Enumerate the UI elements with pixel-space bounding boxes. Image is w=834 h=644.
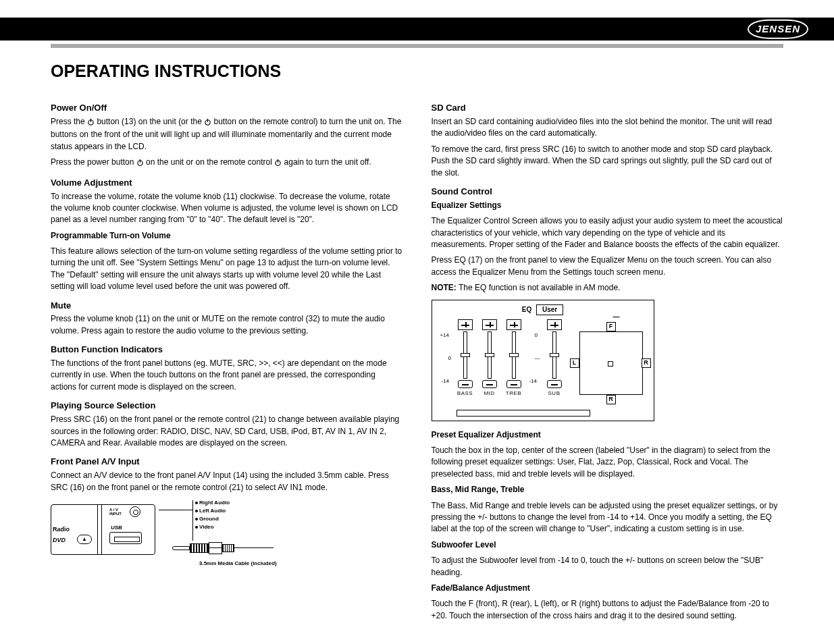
subwoofer-paragraph: To adjust the Subwoofer level from -14 t… (432, 555, 784, 579)
dvd-label: DVD (53, 536, 66, 545)
cable-caption: 3.5mm Media Cable (included) (199, 560, 277, 568)
power-icon (274, 158, 282, 169)
volume-subhead: Programmable Turn-on Volume (51, 230, 403, 242)
av-unit-illustration: A / V INPUT USB Radio DVD ▲ (51, 504, 155, 555)
treb-slider[interactable]: TREB (505, 319, 523, 404)
preset-paragraph: Touch the box in the top, center of the … (432, 445, 784, 480)
sd-heading: SD Card (432, 102, 784, 115)
sub-slider[interactable]: SUB (546, 319, 563, 404)
sub-tick-mid: — (535, 354, 540, 363)
volume-paragraph-2: This feature allows selection of the tur… (51, 246, 403, 293)
fadebalance-subhead: Fade/Balance Adjustment (432, 583, 784, 594)
bass-label: BASS (457, 390, 474, 398)
power-icon (87, 117, 95, 129)
power-heading: Power On/Off (51, 102, 403, 115)
avin-paragraph: Connect an A/V device to the front panel… (51, 470, 403, 493)
balance-left-button[interactable]: L (570, 358, 579, 368)
left-column: Power On/Off Press the button (13) on th… (51, 95, 403, 626)
subwoofer-subhead: Subwoofer Level (432, 539, 784, 551)
button-indicators-heading: Button Function Indicators (51, 344, 403, 356)
eq-paragraph-1: The Equalizer Control Screen allows you … (432, 215, 784, 250)
tick-zero: 0 (448, 354, 451, 363)
right-column: SD Card Insert an SD card containing aud… (432, 95, 784, 626)
button-indicators-paragraph: The functions of the front panel buttons… (51, 358, 403, 393)
right-audio-label: Right Audio (199, 499, 230, 507)
source-paragraph: Press SRC (16) on the front panel or the… (51, 414, 403, 449)
header-bar: JENSEN (0, 18, 834, 41)
volume-paragraph-1: To increase the volume, rotate the volum… (51, 191, 403, 226)
usb몰slot-icon (109, 532, 142, 544)
section-title: OPERATING INSTRUCTIONS (51, 59, 783, 83)
eq-note: NOTE: The EQ function is not available i… (432, 282, 784, 294)
mute-paragraph: Press the volume knob (11) on the unit o… (51, 313, 403, 337)
minus-icon[interactable] (482, 380, 497, 388)
sd-paragraph-2: To remove the card, first press SRC (16)… (432, 144, 784, 179)
power-paragraph-1: Press the button (13) on the unit (or th… (51, 116, 403, 153)
bass-slider[interactable]: BASS (457, 319, 474, 404)
cable-plug-icon (172, 542, 233, 554)
balance-right-button[interactable]: R (642, 358, 651, 368)
volume-heading: Volume Adjustment (51, 177, 403, 190)
eq-subhead: Equalizer Settings (432, 200, 784, 211)
equalizer-screen: EQ User +14 0 -14 BASS MID (432, 300, 654, 421)
fade-front-button[interactable]: F (606, 322, 616, 331)
mute-heading: Mute (51, 300, 403, 313)
fadebalance-paragraph: Touch the F (front), R (rear), L (left),… (432, 598, 784, 622)
grey-divider (51, 44, 783, 48)
sound-heading: Sound Control (432, 186, 784, 198)
power-paragraph-2: Press the power button on the unit or on… (51, 157, 403, 169)
minus-icon[interactable] (506, 380, 521, 388)
left-audio-label: Left Audio (199, 507, 226, 515)
sub-label: SUB (546, 390, 563, 398)
plus-icon[interactable] (506, 319, 521, 330)
radio-label: Radio (53, 525, 70, 534)
tick-plus14: +14 (440, 331, 450, 340)
treb-label: TREB (505, 390, 523, 398)
sd-paragraph-1: Insert an SD card containing audio/video… (432, 116, 784, 140)
preset-subhead: Preset Equalizer Adjustment (432, 429, 784, 441)
source-heading: Playing Source Selection (51, 400, 403, 412)
power-icon (136, 158, 144, 169)
eject-icon: ▲ (77, 535, 92, 544)
eq-bottom-bar (457, 410, 590, 417)
dash-icon: — (613, 313, 620, 323)
eq-label: EQ (522, 305, 531, 315)
bmt-subhead: Bass, Mid Range, Treble (432, 484, 784, 495)
fade-balance-pointer[interactable] (608, 361, 613, 367)
bmt-paragraph: The Bass, Mid Range and treble levels ca… (432, 500, 784, 535)
mid-label: MID (481, 390, 498, 398)
av-callout-lines: Right Audio Left Audio Ground Video 3.5m… (159, 500, 277, 574)
brand-logo: JENSEN (748, 20, 808, 39)
fade-rear-button[interactable]: R (606, 395, 616, 404)
sub-tick-minus14: -14 (529, 377, 538, 385)
plus-icon[interactable] (547, 319, 562, 330)
eq-paragraph-2: Press EQ (17) on the front panel to view… (432, 254, 784, 278)
av-input-figure: A / V INPUT USB Radio DVD ▲ Right Audio … (51, 500, 280, 574)
usb-label: USB (111, 524, 122, 532)
fade-balance-control[interactable]: — F L R R (574, 313, 648, 414)
ground-label: Ground (199, 515, 219, 523)
eq-preset-box[interactable]: User (536, 304, 563, 316)
minus-icon[interactable] (547, 380, 562, 388)
av-jack-icon (130, 506, 140, 517)
av-input-label: A / V INPUT (109, 508, 122, 516)
tick-minus14: -14 (442, 377, 450, 385)
plus-icon[interactable] (458, 319, 473, 330)
plus-icon[interactable] (482, 319, 497, 330)
avin-heading: Front Panel A/V Input (51, 456, 403, 468)
power-icon (204, 117, 211, 129)
minus-icon[interactable] (458, 380, 473, 388)
video-label: Video (199, 523, 214, 531)
mid-slider[interactable]: MID (481, 319, 498, 404)
sub-tick-zero: 0 (535, 331, 538, 340)
